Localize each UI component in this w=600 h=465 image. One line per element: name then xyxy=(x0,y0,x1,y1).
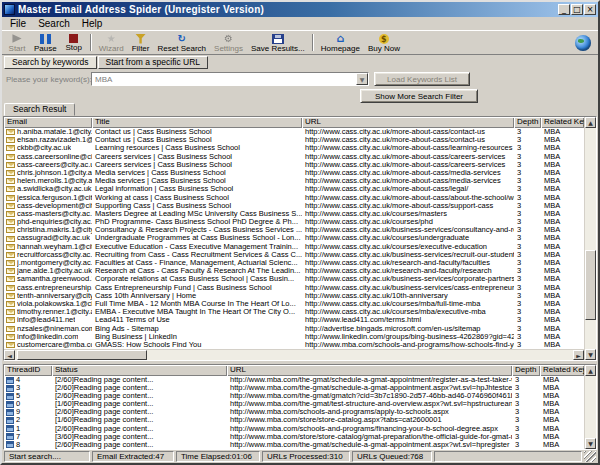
hscroll-thumb[interactable] xyxy=(17,350,147,360)
thread-row[interactable]: 1[2/60]Reading page content...http://www… xyxy=(4,425,584,433)
filter-row: Show More Search Filter xyxy=(2,89,598,104)
result-row[interactable]: a.swidlicka@city.ac.ukLegal information … xyxy=(4,185,584,193)
scroll-down-arrow-icon[interactable]: ▼ xyxy=(585,349,596,360)
depth-cell: 3 xyxy=(514,251,541,259)
column-header-title[interactable]: Title xyxy=(92,117,302,128)
column-header-email[interactable]: Email xyxy=(4,117,92,128)
thread-row[interactable]: 0[1/60]Reading page content...http://www… xyxy=(4,400,584,408)
result-row[interactable]: ckbb@city.ac.ukLearning resources | Cass… xyxy=(4,144,584,152)
column-header-related-keyword[interactable]: Related Keyword xyxy=(540,365,584,376)
result-row[interactable]: cass-masters@city.ac.ukMasters Degree at… xyxy=(4,210,584,218)
result-row[interactable]: samantha.greenwood.1@city.ac.ukCorporate… xyxy=(4,275,584,283)
result-row[interactable]: jessica.ferguson.1@city.ac.ukWorking at … xyxy=(4,194,584,202)
thread-row[interactable]: 8[2/60]Reading page content...http://www… xyxy=(4,441,584,449)
result-row[interactable]: tenth-anniversary@city.ac.ukCass 10th An… xyxy=(4,292,584,300)
title-cell: Lead411 Terms of Use xyxy=(92,316,302,324)
scroll-down-arrow-icon[interactable]: ▼ xyxy=(585,438,596,449)
toolbar-button-homepage[interactable]: Homepage xyxy=(317,31,364,54)
result-row[interactable]: christina.makris.1@city.ac.ukConsultancy… xyxy=(4,226,584,234)
email-icon xyxy=(6,301,15,307)
column-header-depth[interactable]: Depth xyxy=(512,365,540,376)
scroll-left-arrow-icon[interactable]: ◄ xyxy=(4,350,15,360)
menu-file[interactable]: File xyxy=(4,17,32,30)
tab-search-by-keywords[interactable]: Search by keywords xyxy=(4,56,97,69)
toolbar-button-pause[interactable]: Pause xyxy=(30,31,61,54)
result-row[interactable]: customercare@mba.comGMASS: How Schools F… xyxy=(4,341,584,349)
thread-icon xyxy=(6,441,14,448)
keyword-cell: MBA xyxy=(541,325,584,333)
thread-row[interactable]: 2[1/60]Reading page content...http://www… xyxy=(4,416,584,424)
title-cell: Legal information | Cass Business School xyxy=(92,185,302,193)
email-cell: timothy.renner.1@city.ac.uk xyxy=(17,308,92,316)
column-header-depth[interactable]: Depth xyxy=(514,117,541,128)
keyword-cell: MBA xyxy=(541,194,584,202)
result-row[interactable]: helen.merolls.1@city.ac.ukMedia services… xyxy=(4,177,584,185)
results-hscrollbar[interactable]: ◄ ► xyxy=(4,349,584,360)
minimize-button[interactable]: _ xyxy=(558,4,570,15)
column-header-threadid[interactable]: ThreadID xyxy=(4,365,52,376)
result-row[interactable]: jane.alde.1@city.ac.ukResearch at Cass -… xyxy=(4,267,584,275)
toolbar-button-buy-now[interactable]: Buy Now xyxy=(364,31,404,54)
thread-row[interactable]: 5[2/60]Reading page content...http://www… xyxy=(4,392,584,400)
maximize-button[interactable]: □ xyxy=(571,4,583,15)
column-header-status[interactable]: Status xyxy=(52,365,227,376)
close-button[interactable]: × xyxy=(584,4,596,15)
result-row[interactable]: info@lead411.netLead411 Terms of Usehttp… xyxy=(4,316,584,324)
email-cell: jessica.ferguson.1@city.ac.uk xyxy=(17,194,92,202)
vscroll-thumb[interactable] xyxy=(585,250,596,321)
result-row[interactable]: nzsales@nineman.com.auBing Ads - Sitemap… xyxy=(4,325,584,333)
result-row[interactable]: phd-enquiries@city.ac.ukPhD Programme- C… xyxy=(4,218,584,226)
result-row[interactable]: timothy.renner.1@city.ac.ukEMBA - Execut… xyxy=(4,308,584,316)
result-row[interactable]: h.aniba.matale.1@city.ac.ukContact us | … xyxy=(4,128,584,136)
scroll-right-arrow-icon[interactable]: ► xyxy=(573,350,584,360)
show-more-filter-button[interactable]: Show More Search Filter xyxy=(360,89,478,103)
scroll-up-arrow-icon[interactable]: ▲ xyxy=(585,117,596,128)
thread-row[interactable]: 9[2/60]Reading page content...http://www… xyxy=(4,408,584,416)
result-row[interactable]: info@linkedin.comBing Business | LinkedI… xyxy=(4,333,584,341)
result-row[interactable]: cass.careersonline@city.ac.ukCareers ser… xyxy=(4,153,584,161)
result-row[interactable]: cassugrad@city.ac.ukUndergraduate Progra… xyxy=(4,234,584,242)
result-row[interactable]: viola.polakowska.1@city.ac.ukFull Time M… xyxy=(4,300,584,308)
result-row[interactable]: cass-development@city.ac.ukSupporting Ca… xyxy=(4,202,584,210)
email-icon xyxy=(6,236,15,242)
url-cell: http://www.mba.com/the-gmat/schedule-a-g… xyxy=(227,441,512,449)
toolbar-button-reset-search[interactable]: Reset Search xyxy=(154,31,210,54)
thread-row[interactable]: 7[3/60]Reading page content...http://www… xyxy=(4,433,584,441)
result-row[interactable]: hannah.weyham.1@city.ac.ukExecutive Educ… xyxy=(4,243,584,251)
tab-search-result[interactable]: Search Result xyxy=(4,103,75,116)
result-row[interactable]: cass-careers@city.ac.ukCareers services … xyxy=(4,161,584,169)
start-icon xyxy=(11,34,23,44)
url-cell: http://www.cass.city.ac.uk/more-about-ca… xyxy=(302,177,514,185)
thread-id-cell: 2 xyxy=(16,416,20,424)
result-row[interactable]: recruitforcass@city.ac.ukRecruiting from… xyxy=(4,251,584,259)
depth-cell: 3 xyxy=(514,341,541,349)
toolbar-button-stop[interactable]: Stop xyxy=(61,31,87,54)
status-urls-processed: URLs Processed:310 xyxy=(262,451,350,462)
email-cell: cass.entrepreneurship.fund@city.ac.uk xyxy=(17,284,92,292)
toolbar-button-save-results[interactable]: Save Results... xyxy=(247,31,309,54)
hscroll-track[interactable] xyxy=(15,350,573,360)
thread-row[interactable]: 4[2/60]Reading page content...http://www… xyxy=(4,376,584,384)
title-cell: EMBA - Executive MBA Taught In The Heart… xyxy=(92,308,302,316)
column-header-url[interactable]: URL xyxy=(302,117,514,128)
vscroll-track[interactable] xyxy=(585,376,596,438)
toolbar-button-filter[interactable]: Filter xyxy=(128,31,154,54)
column-header-url[interactable]: URL xyxy=(227,365,512,376)
result-row[interactable]: chris.johnson.1@city.ac.ukMedia services… xyxy=(4,169,584,177)
results-vscrollbar[interactable]: ▲ ▼ xyxy=(584,117,596,360)
result-row[interactable]: cass.entrepreneurship.fund@city.ac.ukCas… xyxy=(4,284,584,292)
result-row[interactable]: j.montgomery@city.ac.ukFaculties at Cass… xyxy=(4,259,584,267)
result-row[interactable]: ehsan.razavizadeh.1@city.ac.ukContact us… xyxy=(4,136,584,144)
vscroll-track[interactable] xyxy=(585,128,596,349)
menu-search[interactable]: Search xyxy=(32,17,76,30)
email-icon xyxy=(6,154,15,160)
title-cell: Executive Education - Cass Executive Man… xyxy=(92,243,302,251)
column-header-related-keyword[interactable]: Related Keyword xyxy=(541,117,584,128)
toolbar-button-label: Save Results... xyxy=(251,44,305,53)
threads-vscrollbar[interactable]: ▲ ▼ xyxy=(584,365,596,449)
tab-start-from-url[interactable]: Start from a specific URL xyxy=(98,56,208,69)
scroll-up-arrow-icon[interactable]: ▲ xyxy=(585,365,596,376)
resize-grip[interactable] xyxy=(584,451,596,462)
menu-help[interactable]: Help xyxy=(76,17,109,30)
thread-row[interactable]: 3[2/60]Reading page content...http://www… xyxy=(4,384,584,392)
